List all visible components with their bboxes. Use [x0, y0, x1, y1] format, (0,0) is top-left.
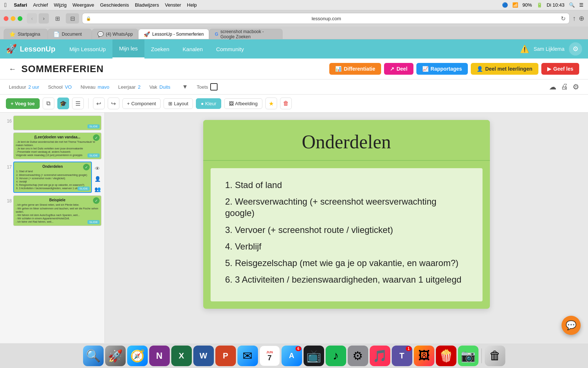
dock-spotify[interactable]: ♪ [326, 346, 346, 366]
lesson-title: SOMMERFERIEN [21, 63, 104, 75]
sidebar-toggle-button[interactable]: ⊟ [66, 13, 79, 24]
dock-facetime[interactable]: 📷 [458, 346, 478, 366]
url-text: lessonup.com [93, 16, 559, 21]
refresh-button[interactable]: ↻ [561, 15, 566, 22]
dock-trash[interactable]: 🗑 [485, 346, 505, 366]
check-badge-16: ✓ [93, 134, 100, 141]
tab-document[interactable]: 📄 Document [48, 29, 92, 39]
slide-thumb-18[interactable]: ✓ Beispiele - Ich gehe gerne am Strand r… [13, 195, 101, 226]
menu-venster[interactable]: Venster [165, 2, 181, 8]
niveau-label: Niveau [80, 84, 95, 90]
present-button[interactable]: 🎓 [57, 98, 69, 109]
tab-screenshot[interactable]: G screenshot macbook - Google Zoeken [209, 29, 283, 39]
dock-teams[interactable]: T 1 [392, 346, 412, 366]
slide-17-title: Onderdelen [16, 164, 89, 169]
nav-settings-button[interactable]: ⚙ [569, 42, 582, 56]
nav-kanalen[interactable]: Kanalen [176, 39, 209, 59]
dock-excel[interactable]: X [171, 346, 192, 366]
browser-chrome: ‹ › ⊞ ⊟ 🔒 lessonup.com ↻ ↑ ⊕ ⭐ Startpagi… [0, 10, 588, 39]
dock-onenote[interactable]: N [149, 346, 170, 366]
group-icon[interactable]: 👥 [93, 185, 101, 193]
meta-dropdown-icon[interactable]: ▼ [182, 84, 188, 90]
slide-thumb-17[interactable]: ✓ Onderdelen 1. Stad of land 2. Weersver… [13, 162, 92, 193]
cloud-icon[interactable]: ☁ [549, 82, 556, 91]
fullscreen-window-button[interactable] [18, 16, 22, 21]
redo-button[interactable]: ↪ [108, 98, 119, 109]
dock-word[interactable]: W [193, 346, 214, 366]
nav-mijn-lessonup[interactable]: Mijn LessonUp [63, 39, 112, 59]
dock-photos[interactable]: 🖼 [414, 346, 434, 366]
dock-music[interactable]: 🎵 [370, 346, 390, 366]
nav-mijn-les[interactable]: Mijn les [112, 39, 144, 59]
document-icon: 📄 [53, 31, 60, 37]
slide-canvas-body[interactable]: 1. Stad of land 2. Weersverwachting (+ s… [211, 168, 483, 301]
back-button[interactable]: ‹ [27, 13, 37, 24]
geef-les-icon: ▶ [547, 66, 551, 72]
dock-mail[interactable]: ✉ [237, 346, 258, 366]
chat-bubble-button[interactable]: 💬 [562, 316, 581, 335]
menu-geschiedenis[interactable]: Geschiedenis [100, 2, 129, 8]
apple-menu[interactable]:  [4, 2, 7, 8]
menu-archief[interactable]: Archief [33, 2, 48, 8]
slide-canvas[interactable]: Onderdelen 1. Stad of land 2. Weersverwa… [203, 120, 490, 309]
copy-button[interactable]: ⧉ [43, 98, 54, 109]
startpagina-icon: ⭐ [9, 31, 15, 37]
afbeelding-button[interactable]: 🖼 Afbeelding [224, 98, 262, 109]
menu-bladwijzers[interactable]: Bladwijzers [135, 2, 159, 8]
tab-startpagina-label: Startpagina [18, 32, 40, 37]
print-icon[interactable]: 🖨 [561, 82, 568, 91]
menu-safari[interactable]: Safari [14, 2, 27, 8]
deel-met-leerlingen-button[interactable]: 👤 Deel met leerlingen [471, 63, 538, 75]
nav-community[interactable]: Community [209, 39, 251, 59]
tab-lessonup[interactable]: 🚀 LessonUp - Sommerferien [138, 29, 209, 39]
dock-appletv[interactable]: 📺 [304, 346, 324, 366]
dock-systemprefs[interactable]: ⚙ [348, 346, 368, 366]
dock-calendar[interactable]: JUN 7 [259, 346, 280, 366]
nav-zoeken[interactable]: Zoeken [144, 39, 176, 59]
tab-startpagina[interactable]: ⭐ Startpagina [4, 29, 48, 39]
minimize-window-button[interactable] [11, 16, 15, 21]
close-window-button[interactable] [4, 16, 8, 21]
undo-button[interactable]: ↩ [93, 98, 105, 109]
control-center-icon[interactable]: ☰ [579, 2, 584, 8]
share-icon[interactable]: ↑ [573, 15, 576, 22]
dock-popcorn[interactable]: 🍿 [436, 346, 456, 366]
dock-divider [481, 348, 482, 363]
vak-label: Vak [149, 84, 157, 90]
deel-button[interactable]: ↗ Deel [384, 63, 413, 75]
tab-lessonup-label: LessonUp - Sommerferien [152, 32, 204, 37]
delete-slide-button[interactable]: 🗑 [280, 98, 292, 109]
dock-powerpoint[interactable]: P [215, 346, 236, 366]
dock-finder[interactable]: 🔍 [83, 346, 104, 366]
eye-icon[interactable]: 👁 [93, 164, 101, 173]
favorite-button[interactable]: ★ [265, 98, 277, 109]
list-item-6: 6. 3 Activiteiten / bezienswaardigheden,… [225, 274, 468, 285]
view-button[interactable]: ☰ [72, 98, 84, 109]
tab-view-button[interactable]: ⊞ [52, 13, 63, 24]
person-icon[interactable]: 👤 [93, 175, 101, 183]
slide-thumb-16-top[interactable]: SLIDE [13, 116, 101, 130]
component-button[interactable]: + Component [122, 98, 161, 109]
search-icon[interactable]: 🔍 [569, 2, 575, 8]
toets-checkbox[interactable] [210, 83, 218, 91]
back-button[interactable]: ← [9, 65, 16, 73]
dock-appstore[interactable]: A 6 [282, 346, 302, 366]
dock-safari[interactable]: 🧭 [127, 346, 148, 366]
deel-met-leerlingen-icon: 👤 [477, 66, 483, 72]
settings-icon[interactable]: ⚙ [573, 82, 579, 91]
layout-button[interactable]: ⊞ Layout [164, 98, 193, 109]
address-bar[interactable]: 🔒 lessonup.com ↻ [82, 13, 570, 24]
slide-thumb-16-goals[interactable]: ✓ (Leer)doelen van vandaa... - Je kent d… [13, 132, 101, 159]
kleur-button[interactable]: ● Kleur [196, 98, 221, 109]
menu-wijzig[interactable]: Wijzig [54, 2, 67, 8]
dock-launchpad[interactable]: 🚀 [105, 346, 126, 366]
rapportages-button[interactable]: 📈 Rapportages [416, 63, 468, 75]
menu-help[interactable]: Help [187, 2, 197, 8]
voeg-toe-button[interactable]: + Voeg toe [6, 98, 40, 109]
tab-whatsapp[interactable]: 💬 (4) WhatsApp [92, 29, 138, 39]
forward-button[interactable]: › [39, 13, 49, 24]
geef-les-button[interactable]: ▶ Geef les [541, 63, 579, 75]
differentiatie-button[interactable]: 📊 Differentiatie [329, 63, 381, 75]
menu-weergave[interactable]: Weergave [72, 2, 94, 8]
new-tab-icon[interactable]: ⊕ [579, 14, 584, 22]
